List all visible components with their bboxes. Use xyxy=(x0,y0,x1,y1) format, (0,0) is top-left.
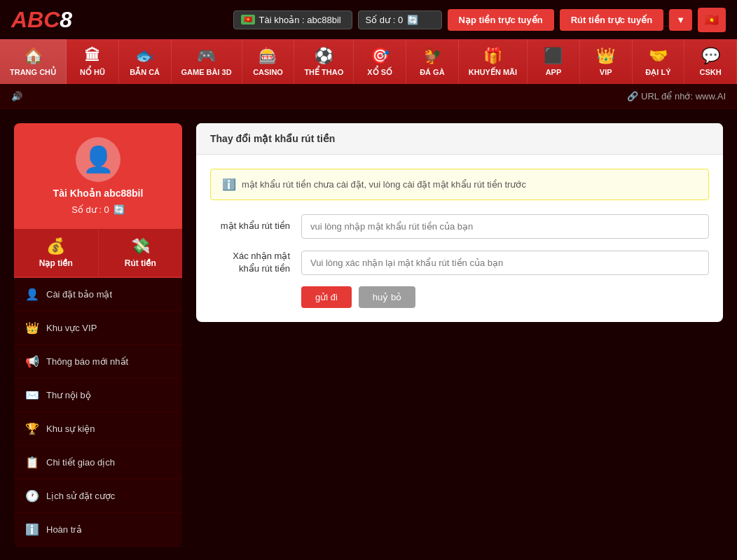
sidebar-item-cai-dat-bao-mat[interactable]: 👤 Cài đặt bảo mật xyxy=(14,278,182,312)
nav-item-ban-ca[interactable]: 🐟 BẮN CÁ xyxy=(119,39,172,84)
speaker-icon: 🔊 xyxy=(11,91,22,102)
thu-noi-bo-icon: ✉️ xyxy=(25,388,39,402)
header-right: 🇻🇳 Tài khoản : abc88bil Số dư : 0 🔄 Nạp … xyxy=(233,8,726,32)
nav-item-vip[interactable]: 👑 VIP xyxy=(580,39,633,84)
warning-icon: ℹ️ xyxy=(222,178,236,191)
sidebar-item-lich-su-cuoc[interactable]: 🕐 Lịch sử đặt cược xyxy=(14,479,182,513)
form-buttons: gửi đi huỷ bỏ xyxy=(210,286,709,308)
dai-ly-icon: 🤝 xyxy=(649,47,668,65)
rut-tien-label: Rút tiền xyxy=(125,258,156,268)
warning-text: mật khẩu rút tiền chưa cài đặt, vui lòng… xyxy=(242,179,526,190)
nav-item-xo-so[interactable]: 🎯 XỔ SỐ xyxy=(354,39,406,84)
nav-item-da-ga[interactable]: 🐓 ĐÁ GÀ xyxy=(406,39,459,84)
sidebar-item-khu-vuc-vip[interactable]: 👑 Khu vực VIP xyxy=(14,312,182,345)
dai-ly-label: ĐẠI LÝ xyxy=(645,68,670,77)
xo-so-label: XỔ SỐ xyxy=(367,68,392,77)
nav-item-no-hu[interactable]: 🏛 NỔ HŨ xyxy=(67,39,119,84)
cskh-label: CSKH xyxy=(700,68,722,76)
header: ABC 8 🇻🇳 Tài khoản : abc88bil Số dư : 0 … xyxy=(0,0,737,39)
nav-item-casino[interactable]: 🎰 CASINO xyxy=(242,39,295,84)
nav-item-the-thao[interactable]: ⚽ THỂ THAO xyxy=(294,39,354,84)
account-box: 🇻🇳 Tài khoản : abc88bil xyxy=(233,10,352,29)
sidebar-item-thu-noi-bo[interactable]: ✉️ Thư nội bộ xyxy=(14,379,182,412)
submit-button[interactable]: gửi đi xyxy=(301,286,352,308)
balance-text: Số dư : 0 xyxy=(71,204,109,215)
hoan-tra-label: Hoàn trả xyxy=(46,524,82,535)
khuyen-mai-icon: 🎁 xyxy=(483,47,502,65)
no-hu-icon: 🏛 xyxy=(85,47,100,65)
trang-chu-icon: 🏠 xyxy=(24,47,43,65)
account-label: Tài khoản : abc88bil xyxy=(259,15,341,25)
content-card: Thay đổi mật khẩu rút tiền ℹ️ mật khẩu r… xyxy=(196,123,723,322)
confirm-password-input[interactable] xyxy=(301,251,709,275)
sidebar-item-khu-su-kien[interactable]: 🏆 Khu sự kiện xyxy=(14,412,182,446)
vip-label: VIP xyxy=(600,68,612,76)
nav-item-khuyen-mai[interactable]: 🎁 KHUYẾN MÃI xyxy=(459,39,528,84)
sidebar-item-chi-tiet-gd[interactable]: 📋 Chi tiết giao dịch xyxy=(14,446,182,479)
app-icon: ⬛ xyxy=(544,47,563,65)
rut-tien-icon: 💸 xyxy=(131,237,150,255)
da-ga-label: ĐÁ GÀ xyxy=(420,68,444,76)
password-input[interactable] xyxy=(301,214,709,239)
navigation: 🏠 TRANG CHỦ 🏛 NỔ HŨ 🐟 BẮN CÁ 🎮 GAME BÀI … xyxy=(0,39,737,84)
chi-tiet-gd-icon: 📋 xyxy=(25,456,39,469)
khuyen-mai-label: KHUYẾN MÃI xyxy=(469,68,517,77)
ticker-bar: 🔊 🔗 URL để nhớ: www.AI xyxy=(0,84,737,109)
rut-tien-button[interactable]: Rút tiền trực tuyến xyxy=(560,9,663,31)
casino-icon: 🎰 xyxy=(259,47,277,65)
logo-abc: ABC xyxy=(11,7,60,33)
sidebar-item-thong-bao[interactable]: 📢 Thông báo mới nhất xyxy=(14,345,182,379)
da-ga-icon: 🐓 xyxy=(422,47,441,65)
cai-dat-bao-mat-label: Cài đặt bảo mật xyxy=(46,289,112,300)
sidebar-item-hoan-tra[interactable]: ℹ️ Hoàn trả xyxy=(14,513,182,547)
nav-item-cskh[interactable]: 💬 CSKH xyxy=(684,39,737,84)
balance-refresh-icon[interactable]: 🔄 xyxy=(113,204,125,215)
logo: ABC 8 xyxy=(11,7,72,33)
ban-ca-icon: 🐟 xyxy=(135,47,154,65)
nav-item-dai-ly[interactable]: 🤝 ĐẠI LÝ xyxy=(633,39,685,84)
khu-su-kien-icon: 🏆 xyxy=(25,422,39,435)
form-body: ℹ️ mật khẩu rút tiền chưa cài đặt, vui l… xyxy=(196,155,723,322)
profile-balance: Số dư : 0 🔄 xyxy=(71,204,125,215)
avatar: 👤 xyxy=(76,137,120,182)
ticker-right: 🔗 URL để nhớ: www.AI xyxy=(627,91,726,102)
cskh-icon: 💬 xyxy=(701,47,720,65)
sidebar-menu: 👤 Cài đặt bảo mật 👑 Khu vực VIP 📢 Thông … xyxy=(14,278,182,547)
nav-item-game-bai-3d[interactable]: 🎮 GAME BÀI 3D xyxy=(172,39,242,84)
vip-icon: 👑 xyxy=(596,47,615,65)
ban-ca-label: BẮN CÁ xyxy=(130,68,160,77)
trang-chu-label: TRANG CHỦ xyxy=(10,68,56,77)
chi-tiet-gd-label: Chi tiết giao dịch xyxy=(46,457,115,468)
confirm-password-label: Xác nhận mật khẩu rút tiền xyxy=(210,250,301,275)
flag-button[interactable]: 🇻🇳 xyxy=(698,8,726,32)
no-hu-label: NỔ HŨ xyxy=(80,68,105,77)
ticker-left: 🔊 xyxy=(11,91,22,102)
hoan-tra-icon: ℹ️ xyxy=(25,523,39,536)
khu-su-kien-label: Khu sự kiện xyxy=(46,424,95,434)
khu-vuc-vip-icon: 👑 xyxy=(25,321,39,335)
cancel-button[interactable]: huỷ bỏ xyxy=(359,286,415,308)
cai-dat-bao-mat-icon: 👤 xyxy=(25,288,39,301)
main-form-area: Thay đổi mật khẩu rút tiền ℹ️ mật khẩu r… xyxy=(196,123,723,547)
form-title: Thay đổi mật khẩu rút tiền xyxy=(196,123,723,155)
sidebar-nap-tien[interactable]: 💰 Nạp tiền xyxy=(14,229,99,276)
sidebar-profile: 👤 Tài Khoản abc88bil Số dư : 0 🔄 xyxy=(14,123,182,229)
nap-tien-button[interactable]: Nạp tiền trực tuyến xyxy=(448,9,554,31)
nav-item-app[interactable]: ⬛ APP xyxy=(528,39,580,84)
logo-8: 8 xyxy=(60,7,72,33)
balance-refresh-icon[interactable]: 🔄 xyxy=(407,15,418,25)
the-thao-label: THỂ THAO xyxy=(304,68,343,77)
balance-box: Số dư : 0 🔄 xyxy=(358,10,442,29)
nav-item-trang-chu[interactable]: 🏠 TRANG CHỦ xyxy=(0,39,67,84)
nap-tien-label: Nạp tiền xyxy=(39,258,73,268)
nap-tien-icon: 💰 xyxy=(46,237,65,255)
url-label: 🔗 URL để nhớ: www.AI xyxy=(627,91,726,102)
the-thao-icon: ⚽ xyxy=(315,47,333,65)
thong-bao-icon: 📢 xyxy=(25,355,39,368)
sidebar-rut-tien[interactable]: 💸 Rút tiền xyxy=(99,229,183,276)
game-bai-3d-icon: 🎮 xyxy=(197,47,216,65)
dropdown-button[interactable]: ▼ xyxy=(669,9,692,31)
xo-so-icon: 🎯 xyxy=(371,47,390,65)
sidebar-actions: 💰 Nạp tiền 💸 Rút tiền xyxy=(14,229,182,278)
password-row: mật khẩu rút tiền xyxy=(210,214,709,239)
